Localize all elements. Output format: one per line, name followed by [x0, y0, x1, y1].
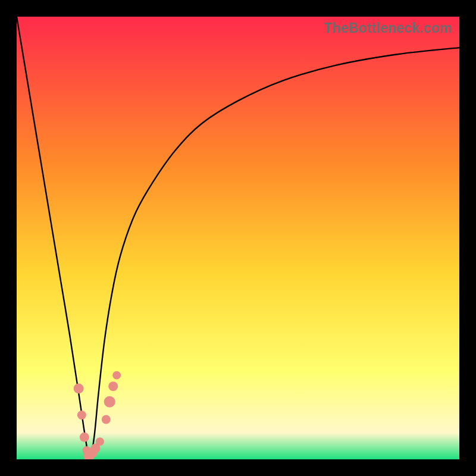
marker-group	[74, 371, 121, 459]
data-marker	[112, 371, 121, 380]
data-marker	[104, 396, 115, 408]
plot-area: TheBottleneck.com	[17, 17, 459, 459]
data-marker	[102, 415, 111, 424]
chart-svg	[17, 17, 459, 459]
data-marker	[96, 437, 104, 446]
data-marker	[74, 383, 84, 393]
data-marker	[108, 381, 118, 391]
chart-frame: TheBottleneck.com	[0, 0, 476, 476]
bottleneck-curve	[17, 17, 459, 459]
data-marker	[77, 411, 86, 419]
data-marker	[80, 433, 89, 442]
